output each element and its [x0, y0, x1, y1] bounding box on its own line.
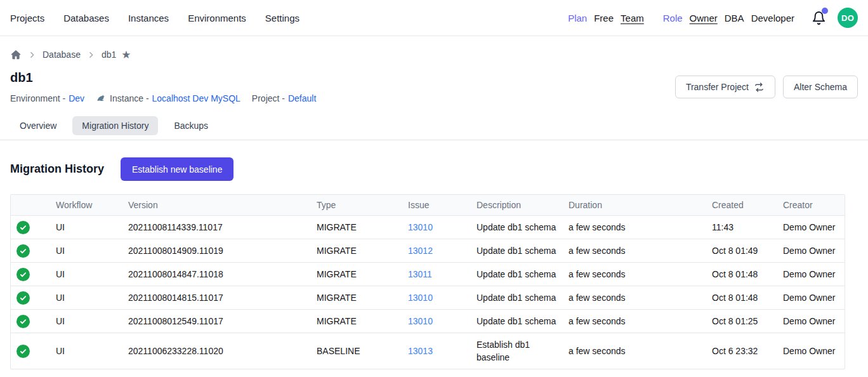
issue-link[interactable]: 13011	[408, 269, 432, 279]
issue-link[interactable]: 13010	[408, 293, 433, 303]
workflow-cell: UI	[56, 316, 128, 326]
notification-dot	[822, 8, 828, 14]
type-cell: MIGRATE	[317, 222, 408, 232]
status-cell	[11, 345, 56, 358]
project-label: Project -	[252, 93, 285, 103]
workflow-cell: UI	[56, 346, 128, 356]
nav-item-instances[interactable]: Instances	[128, 13, 169, 23]
creator-cell: Demo Owner	[783, 222, 845, 232]
instance-label: Instance -	[110, 93, 148, 103]
header-created: Created	[712, 200, 783, 210]
tab-divider	[0, 140, 868, 140]
success-check-icon	[16, 315, 30, 328]
role-label: Role	[663, 13, 683, 23]
nav-item-projects[interactable]: Projects	[10, 13, 44, 23]
home-icon[interactable]	[10, 49, 22, 60]
created-cell: Oct 8 01:48	[712, 269, 783, 279]
project-link[interactable]: Default	[288, 93, 316, 103]
mysql-dolphin-icon	[96, 93, 107, 103]
migration-history-section-header: Migration History Establish new baseline	[10, 157, 858, 181]
plan-option-team[interactable]: Team	[621, 13, 644, 23]
success-check-icon	[16, 244, 30, 258]
table-row[interactable]: UI 20211006233228.11020 BASELINE 13013 E…	[11, 333, 845, 369]
issue-link[interactable]: 13012	[408, 246, 433, 256]
workflow-cell: UI	[56, 222, 128, 232]
creator-cell: Demo Owner	[783, 316, 845, 326]
table-row[interactable]: UI 20211008014909.11019 MIGRATE 13012 Up…	[11, 239, 845, 262]
description-cell: Update db1 schema	[477, 244, 569, 257]
role-option-dba[interactable]: DBA	[725, 13, 744, 23]
database-tabs: Overview Migration History Backups	[10, 116, 858, 135]
environment-link[interactable]: Dev	[69, 93, 84, 103]
transfer-project-button[interactable]: Transfer Project	[675, 76, 775, 98]
creator-cell: Demo Owner	[783, 346, 845, 356]
notification-bell-button[interactable]	[810, 10, 827, 26]
tab-migration-history[interactable]: Migration History	[72, 116, 158, 135]
chevron-right-icon	[28, 51, 36, 59]
tab-backups[interactable]: Backups	[164, 116, 218, 135]
duration-cell: a few seconds	[569, 222, 712, 232]
breadcrumb-database[interactable]: Database	[43, 50, 81, 60]
page-header: db1 Environment - Dev Instance - Localho…	[10, 70, 858, 103]
description-cell: Update db1 schema	[477, 221, 569, 234]
duration-cell: a few seconds	[569, 246, 712, 256]
main-nav: Projects Databases Instances Environment…	[10, 13, 299, 23]
status-cell	[11, 315, 56, 328]
created-cell: Oct 6 23:32	[712, 346, 783, 356]
establish-new-baseline-button[interactable]: Establish new baseline	[121, 157, 233, 181]
duration-cell: a few seconds	[569, 316, 712, 326]
table-row[interactable]: UI 20211008012549.11017 MIGRATE 13010 Up…	[11, 309, 845, 333]
workflow-cell: UI	[56, 269, 128, 279]
header-type: Type	[317, 200, 408, 210]
nav-item-environments[interactable]: Environments	[188, 13, 246, 23]
top-bar-right: Plan Free Team Role Owner DBA Developer …	[568, 8, 858, 28]
role-option-owner[interactable]: Owner	[690, 13, 718, 23]
environment-label: Environment -	[10, 93, 65, 103]
table-row[interactable]: UI 20211008014847.11018 MIGRATE 13011 Up…	[11, 262, 845, 286]
issue-link[interactable]: 13010	[408, 222, 433, 232]
header-version: Version	[128, 200, 317, 210]
type-cell: MIGRATE	[317, 316, 408, 326]
success-check-icon	[16, 345, 30, 358]
page-actions: Transfer Project Alter Schema	[675, 76, 858, 98]
plan-option-free[interactable]: Free	[594, 13, 614, 23]
instance-link[interactable]: Localhost Dev MySQL	[152, 93, 240, 103]
created-cell: Oct 8 01:49	[712, 246, 783, 256]
version-cell: 20211008114339.11017	[128, 222, 317, 232]
creator-cell: Demo Owner	[783, 246, 845, 256]
breadcrumb-db1[interactable]: db1	[102, 50, 116, 60]
description-cell: Update db1 schema	[477, 268, 569, 281]
workflow-cell: UI	[56, 293, 128, 303]
issue-link[interactable]: 13010	[408, 316, 433, 326]
avatar[interactable]: DO	[838, 8, 858, 28]
creator-cell: Demo Owner	[783, 269, 845, 279]
breadcrumb: Database db1 ★	[10, 49, 858, 60]
alter-schema-button[interactable]: Alter Schema	[783, 76, 858, 98]
table-row[interactable]: UI 20211008014815.11017 MIGRATE 13010 Up…	[11, 286, 845, 309]
table-row[interactable]: UI 20211008114339.11017 MIGRATE 13010 Up…	[11, 215, 845, 239]
header-workflow: Workflow	[56, 200, 128, 210]
nav-item-settings[interactable]: Settings	[265, 13, 299, 23]
main-content: Database db1 ★ db1 Environment - Dev Ins…	[0, 36, 868, 369]
issue-link[interactable]: 13013	[408, 346, 433, 356]
nav-item-databases[interactable]: Databases	[63, 13, 109, 23]
version-cell: 20211006233228.11020	[128, 346, 317, 356]
version-cell: 20211008014909.11019	[128, 246, 317, 256]
page-title: db1	[10, 70, 316, 85]
alter-schema-label: Alter Schema	[794, 82, 847, 92]
header-issue: Issue	[408, 200, 477, 210]
created-cell: Oct 8 01:25	[712, 316, 783, 326]
favorite-star-icon[interactable]: ★	[121, 50, 131, 60]
tab-overview[interactable]: Overview	[10, 116, 66, 135]
duration-cell: a few seconds	[569, 346, 712, 356]
header-description: Description	[477, 200, 569, 210]
success-check-icon	[16, 268, 30, 281]
version-cell: 20211008014847.11018	[128, 269, 317, 279]
status-cell	[11, 244, 56, 258]
migration-history-table: Workflow Version Type Issue Description …	[10, 194, 845, 369]
description-cell: Update db1 schema	[477, 291, 569, 304]
created-cell: 11:43	[712, 222, 783, 232]
role-option-developer[interactable]: Developer	[751, 13, 794, 23]
duration-cell: a few seconds	[569, 293, 712, 303]
description-cell: Update db1 schema	[477, 315, 569, 327]
